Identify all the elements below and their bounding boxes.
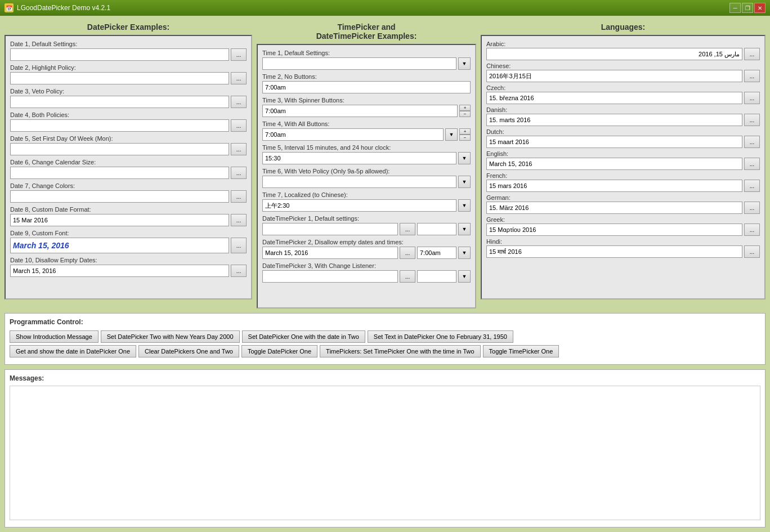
- date5-input[interactable]: [10, 143, 229, 155]
- time5-input[interactable]: [262, 152, 456, 164]
- date7-btn[interactable]: ...: [231, 190, 247, 203]
- lang-chinese-btn[interactable]: ...: [744, 70, 760, 82]
- datetime3-time-input[interactable]: [417, 270, 456, 283]
- time3-spin-down[interactable]: −: [459, 111, 471, 117]
- messages-textarea[interactable]: [10, 386, 760, 520]
- set-text-datepicker-one-button[interactable]: Set Text in DatePicker One to February 3…: [368, 330, 513, 343]
- datetime2-time-dropdown[interactable]: ▼: [458, 247, 471, 259]
- lang-czech-input-row: ...: [486, 92, 760, 104]
- date10-input[interactable]: [10, 265, 229, 277]
- lang-german-input[interactable]: [486, 202, 742, 214]
- date1-btn[interactable]: ...: [231, 48, 247, 61]
- lang-czech-btn[interactable]: ...: [744, 92, 760, 104]
- date9-btn[interactable]: ...: [231, 238, 247, 253]
- time7-dropdown-btn[interactable]: ▼: [458, 199, 471, 212]
- lang-arabic-input[interactable]: [486, 48, 742, 60]
- date2-input[interactable]: [10, 72, 229, 84]
- datetime2-time-input[interactable]: [417, 247, 456, 259]
- time6-input[interactable]: [262, 176, 456, 188]
- date3-label: Date 3, Veto Policy:: [10, 88, 247, 95]
- time1-dropdown-btn[interactable]: ▼: [458, 57, 471, 70]
- date1-input-row: ...: [10, 48, 247, 61]
- datetime1-time-input[interactable]: [417, 223, 456, 235]
- time5-dropdown-btn[interactable]: ▼: [458, 152, 471, 164]
- set-datepicker-two-newyear-button[interactable]: Set DatePicker Two with New Years Day 20…: [101, 330, 240, 343]
- date4-btn[interactable]: ...: [231, 119, 247, 132]
- date4-label: Date 4, Both Policies:: [10, 111, 247, 118]
- datetime1-time-dropdown[interactable]: ▼: [458, 223, 471, 235]
- lang-arabic-btn[interactable]: ...: [744, 48, 760, 60]
- datepicker-column: DatePicker Examples: Date 1, Default Set…: [5, 20, 252, 309]
- get-show-date-button[interactable]: Get and show the date in DatePicker One: [10, 345, 136, 357]
- lang-greek-btn[interactable]: ...: [744, 223, 760, 236]
- date2-btn[interactable]: ...: [231, 72, 247, 84]
- datetime3-date-input[interactable]: [262, 270, 398, 283]
- timepickers-set-button[interactable]: TimePickers: Set TimePicker One with the…: [320, 345, 480, 357]
- time3-input[interactable]: [262, 105, 458, 117]
- datetime3-date-btn[interactable]: ...: [400, 270, 415, 283]
- time4-row: Time 4, With All Buttons: ▼ + −: [262, 120, 471, 141]
- minimize-button[interactable]: ─: [729, 3, 741, 13]
- lang-english-btn[interactable]: ...: [744, 158, 760, 170]
- programmatic-row1: Show Introduction Message Set DatePicker…: [10, 330, 760, 343]
- lang-french-btn[interactable]: ...: [744, 180, 760, 192]
- date4-input[interactable]: [10, 119, 229, 132]
- date6-btn[interactable]: ...: [231, 167, 247, 179]
- date1-row: Date 1, Default Settings: ...: [10, 41, 247, 61]
- lang-hindi-btn[interactable]: ...: [744, 245, 760, 258]
- time4-dropdown-btn[interactable]: ▼: [445, 128, 458, 141]
- datetime3-time-dropdown[interactable]: ▼: [458, 270, 471, 283]
- date7-input[interactable]: [10, 190, 229, 203]
- datepicker-header: DatePicker Examples:: [5, 20, 252, 35]
- lang-english-input[interactable]: [486, 158, 742, 170]
- date1-input[interactable]: [10, 48, 229, 61]
- show-intro-button[interactable]: Show Introduction Message: [10, 330, 99, 343]
- date1-label: Date 1, Default Settings:: [10, 41, 247, 47]
- time7-input[interactable]: [262, 199, 456, 212]
- date5-btn[interactable]: ...: [231, 143, 247, 155]
- main-content: DatePicker Examples: Date 1, Default Set…: [0, 16, 770, 532]
- time4-spin-up[interactable]: +: [459, 128, 471, 135]
- lang-czech-row: Czech: ...: [486, 84, 760, 104]
- date8-input[interactable]: [10, 214, 229, 226]
- lang-chinese-input[interactable]: [486, 70, 742, 82]
- datetime2-date-input[interactable]: [262, 247, 398, 259]
- lang-dutch-btn[interactable]: ...: [744, 136, 760, 148]
- time2-input-row: [262, 81, 471, 93]
- lang-hindi-input[interactable]: [486, 245, 742, 258]
- date9-input[interactable]: [10, 238, 229, 253]
- date5-label: Date 5, Set First Day Of Week (Mon):: [10, 135, 247, 142]
- set-datepicker-one-from-two-button[interactable]: Set DatePicker One with the date in Two: [242, 330, 365, 343]
- date8-btn[interactable]: ...: [231, 214, 247, 226]
- lang-arabic-input-row: ...: [486, 48, 760, 60]
- date3-input[interactable]: [10, 96, 229, 108]
- datetime1-date-btn[interactable]: ...: [400, 223, 415, 235]
- date2-label: Date 2, Highlight Policy:: [10, 64, 247, 71]
- lang-greek-input[interactable]: [486, 223, 742, 236]
- time1-input[interactable]: [262, 57, 456, 70]
- clear-datepickers-button[interactable]: Clear DatePickers One and Two: [138, 345, 239, 357]
- lang-danish-btn[interactable]: ...: [744, 114, 760, 126]
- time6-row: Time 6, With Veto Policy (Only 9a-5p all…: [262, 168, 471, 188]
- time4-spin-down[interactable]: −: [459, 135, 471, 141]
- datetime2-date-btn[interactable]: ...: [400, 247, 415, 259]
- close-button[interactable]: ✕: [754, 3, 765, 13]
- lang-danish-input[interactable]: [486, 114, 742, 126]
- date6-input[interactable]: [10, 167, 229, 179]
- lang-german-btn[interactable]: ...: [744, 202, 760, 214]
- toggle-datepicker-one-button[interactable]: Toggle DatePicker One: [241, 345, 317, 357]
- time4-input[interactable]: [262, 128, 444, 141]
- date10-btn[interactable]: ...: [231, 265, 247, 277]
- languages-scroll: Arabic: ... Chinese: ...: [481, 35, 765, 299]
- time2-input[interactable]: [262, 81, 471, 93]
- lang-czech-input[interactable]: [486, 92, 742, 104]
- lang-french-input[interactable]: [486, 180, 742, 192]
- time6-dropdown-btn[interactable]: ▼: [458, 176, 471, 188]
- toggle-timepicker-one-button[interactable]: Toggle TimePicker One: [483, 345, 559, 357]
- app-icon: 📅: [5, 3, 14, 12]
- datetime1-date-input[interactable]: [262, 223, 398, 235]
- time3-spin-up[interactable]: +: [459, 105, 471, 111]
- restore-button[interactable]: ❐: [742, 3, 753, 13]
- lang-dutch-input[interactable]: [486, 136, 742, 148]
- date3-btn[interactable]: ...: [231, 96, 247, 108]
